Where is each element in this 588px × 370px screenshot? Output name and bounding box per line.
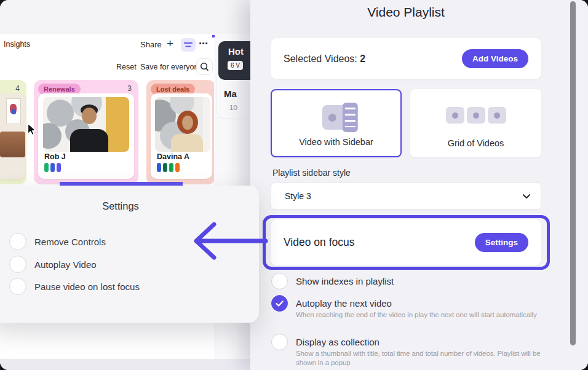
drawer-scrollbar[interactable] [570, 1, 576, 345]
popup-option-remove-controls[interactable]: Remove Controls [9, 233, 106, 250]
tag-dots [44, 163, 61, 172]
video-thumbnail [155, 97, 210, 152]
bottom-band [0, 359, 252, 370]
highlight-border [263, 215, 550, 270]
kanban-card[interactable] [0, 93, 25, 179]
tag-dots [157, 163, 180, 172]
layout-option-grid-of-videos[interactable]: Grid of Videos [410, 89, 541, 157]
checkbox-remove-controls[interactable] [9, 233, 26, 250]
chevron-down-icon [522, 194, 531, 199]
checkbox-autoplay-next[interactable] [271, 295, 288, 312]
filter-button[interactable] [181, 38, 196, 52]
selected-videos-text: Selected Videos: [284, 53, 357, 64]
layout-option-label: Video with Sidebar [272, 137, 400, 147]
video-card-name: Rob J [44, 152, 66, 161]
drawer-title: Video Playlist [271, 5, 541, 20]
option-description: When reaching the end of the video in pl… [296, 310, 557, 320]
column-count: 3 [127, 84, 132, 93]
video-card-davina[interactable]: Davina A [151, 93, 212, 179]
layout-option-label: Grid of Videos [410, 138, 541, 148]
add-videos-button[interactable]: Add Videos [462, 49, 528, 68]
column-count: 4 [15, 84, 20, 93]
app-screen: Insights Share + ⋯ Reset Save for everyo… [0, 0, 588, 370]
more-options-icon[interactable]: ⋯ [199, 38, 209, 49]
option-description: Show a thumbnail with title, total time … [296, 349, 557, 368]
video-card-rob[interactable]: Rob J [38, 93, 134, 179]
poster-art-2 [12, 109, 16, 114]
video-with-sidebar-icon [322, 105, 346, 130]
add-icon[interactable]: + [167, 37, 173, 50]
search-button[interactable] [196, 58, 213, 75]
popup-option-label: Pause video on lost focus [34, 281, 140, 292]
kanban-column-1[interactable]: 4 [0, 80, 26, 184]
yellow-wall [106, 97, 129, 152]
poster-image [6, 98, 21, 124]
video-thumbnail [43, 97, 129, 152]
option-label[interactable]: Display as collection [296, 337, 379, 347]
playlist-sidebar-style-label: Playlist sidebar style [272, 168, 351, 178]
popup-option-pause-on-lost-focus[interactable]: Pause video on lost focus [9, 278, 140, 295]
playlist-title: Hot [228, 46, 244, 57]
kanban-column-lost-deals[interactable]: Lost deals Davina A [146, 80, 214, 184]
wall-panel [43, 123, 62, 149]
select-value: Style 3 [285, 191, 311, 201]
grid-of-videos-icon [446, 107, 506, 124]
option-label[interactable]: Show indexes in playlist [296, 276, 394, 286]
layout-option-video-with-sidebar[interactable]: Video with Sidebar [271, 89, 402, 157]
checkbox-pause-lost-focus[interactable] [9, 278, 26, 295]
settings-popup: Settings Remove Controls Autoplay Video … [0, 186, 259, 323]
insights-title: Insights [4, 40, 30, 49]
popup-option-label: Remove Controls [34, 237, 106, 247]
video-playlist-drawer: Video Playlist Selected Videos: 2 Add Vi… [250, 0, 588, 370]
sidebar-style-select[interactable]: Style 3 [271, 183, 541, 210]
video-count-badge: 6 V [228, 61, 243, 70]
search-icon [200, 62, 209, 71]
video-card-name: Davina A [157, 152, 189, 161]
settings-popup-title: Settings [0, 200, 251, 212]
check-icon [276, 301, 284, 307]
person-face [82, 108, 97, 124]
popup-option-label: Autoplay Video [34, 259, 97, 270]
person-body [171, 134, 203, 152]
checkbox-show-indexes[interactable] [271, 273, 288, 289]
preview-video-number: 10 [229, 104, 237, 111]
selected-videos-count: 2 [360, 53, 365, 64]
kanban-column-renewals[interactable]: Renewals 3 Rob J [34, 80, 138, 184]
selection-corner-dot [212, 35, 215, 37]
selected-videos-card: Selected Videos: 2 Add Videos [271, 38, 541, 79]
share-button[interactable]: Share [140, 40, 162, 49]
popup-option-autoplay-video[interactable]: Autoplay Video [9, 256, 97, 273]
bed-image [0, 132, 25, 157]
person-face [182, 116, 193, 130]
save-for-everyone-button[interactable]: Save for everyone [140, 63, 202, 71]
preview-video-name: Ma [224, 89, 237, 99]
filter-icon [183, 41, 193, 49]
checkbox-autoplay-video[interactable] [9, 256, 26, 273]
reset-button[interactable]: Reset [116, 63, 137, 71]
person-body [70, 129, 108, 152]
checkbox-display-collection[interactable] [271, 334, 288, 350]
selected-videos-label: Selected Videos: 2 [284, 53, 365, 65]
option-label[interactable]: Autoplay the next video [296, 298, 392, 309]
wall-edge [202, 97, 210, 152]
